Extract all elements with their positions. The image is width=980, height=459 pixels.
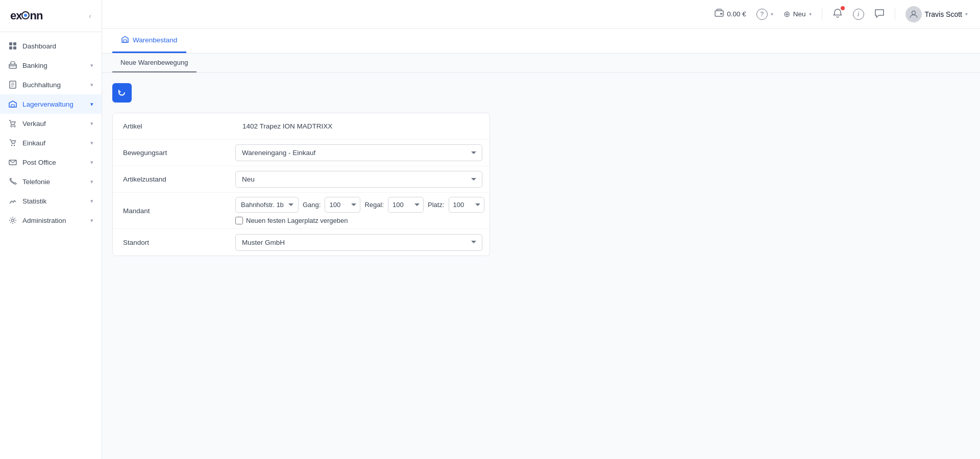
balance-value: 0.00 € [727,10,746,18]
mandant-select[interactable]: Bahnhofstr. 1b [235,197,299,213]
info-button[interactable]: i [853,9,864,20]
platz-select[interactable]: 100 [449,197,484,213]
sidebar-nav: Dashboard Banking ▾ Buchhaltung ▾ Lagerv… [0,32,102,234]
user-avatar [905,6,922,22]
help-button[interactable]: ? ▾ [756,9,773,20]
new-label: Neu [793,10,806,18]
sidebar-item-buchhaltung[interactable]: Buchhaltung ▾ [0,75,102,94]
sidebar-logo: exnn ‹ [0,0,102,32]
svg-rect-5 [13,46,16,49]
sidebar-item-einkauf[interactable]: Einkauf ▾ [0,133,102,152]
artikelzustand-select[interactable]: Neu Gebraucht Beschädigt [235,171,482,188]
tab-warenbestand-label: Warenbestand [133,36,177,44]
sidebar-item-banking[interactable]: Banking ▾ [0,56,102,75]
chevron-down-icon-2: ▾ [90,82,93,88]
form-row-standort: Standort Muster GmbH [113,229,489,256]
chat-button[interactable] [874,8,885,20]
form-card: Artikel 1402 Trapez ION MADTRIXX Bewegun… [112,113,490,256]
sidebar-label-telefonie: Telefonie [22,178,90,186]
lagerverwaltung-icon [8,99,17,109]
sidebar-label-statistik: Statistik [22,197,90,205]
sidebar-item-post-office[interactable]: Post Office ▾ [0,152,102,172]
new-button[interactable]: ⊕ Neu ▾ [783,9,812,19]
svg-rect-4 [9,46,12,49]
main-content: 0.00 € ? ▾ ⊕ Neu ▾ i [102,0,980,459]
artikel-value: 1402 Trapez ION MADTRIXX [235,117,489,135]
statistik-icon [8,196,17,206]
content-area: Warenbestand Neue Warenbewegung Artikel [102,29,980,459]
svg-point-1 [24,14,27,17]
platz-label: Platz: [428,201,445,209]
chat-icon [874,8,885,20]
help-chevron: ▾ [771,11,773,17]
notifications-button[interactable] [832,8,843,20]
sub-tab-bar: Neue Warenbewegung [102,54,980,73]
bewegungsart-label: Bewegungsart [113,142,235,164]
svg-rect-2 [9,42,12,45]
tab-warenbestand[interactable]: Warenbestand [112,29,186,53]
svg-point-12 [14,145,15,146]
regal-label: Regal: [364,201,384,209]
chevron-down-icon-5: ▾ [90,140,93,146]
mandant-label: Mandant [113,200,235,222]
sidebar-toggle-icon[interactable]: ‹ [89,12,91,20]
svg-rect-3 [13,42,16,45]
sidebar-item-administration[interactable]: Administration ▾ [0,211,102,230]
chevron-down-icon-7: ▾ [90,178,93,185]
tab-bar: Warenbestand [102,29,980,54]
warehouse-tab-icon [121,36,129,44]
regal-select[interactable]: 100 [388,197,424,213]
telefonie-icon [8,177,17,186]
sidebar-item-verkauf[interactable]: Verkauf ▾ [0,114,102,133]
sidebar-item-lagerverwaltung[interactable]: Lagerverwaltung ▾ [0,94,102,114]
artikelzustand-label: Artikelzustand [113,168,235,190]
svg-point-10 [14,125,15,127]
sidebar-item-dashboard[interactable]: Dashboard [0,36,102,56]
gang-select[interactable]: 100 [325,197,360,213]
sidebar-label-administration: Administration [22,217,90,224]
buchhaltung-icon [8,80,17,89]
verkauf-icon [8,119,17,128]
refresh-button[interactable] [112,83,132,103]
standort-label: Standort [113,232,235,253]
sidebar-label-einkauf: Einkauf [22,139,90,147]
dashboard-icon [8,41,17,50]
plus-icon: ⊕ [783,9,790,19]
balance-display: 0.00 € [715,9,746,20]
chevron-down-icon-9: ▾ [90,217,93,224]
topbar-divider-2 [895,8,895,20]
post-office-icon [8,158,17,167]
topbar-divider [822,8,822,20]
form-row-mandant: Mandant Bahnhofstr. 1b Gang: 100 Regal: … [113,193,489,229]
lagerplatz-checkbox-label: Neuen festen Lagerplatz vergeben [246,217,348,224]
gang-label: Gang: [303,201,321,209]
chevron-down-icon-3: ▾ [90,101,93,108]
chevron-down-icon: ▾ [90,62,93,69]
sidebar-label-verkauf: Verkauf [22,120,90,128]
sub-tab-neue-warenbewegung[interactable]: Neue Warenbewegung [112,54,197,72]
topbar: 0.00 € ? ▾ ⊕ Neu ▾ i [102,0,980,29]
notification-badge [841,6,845,10]
sidebar-label-banking: Banking [22,62,90,69]
sidebar: exnn ‹ Dashboard Banking ▾ Buchhaltung ▾ [0,0,102,459]
form-toolbar [112,83,970,103]
user-menu[interactable]: Travis Scott ▾ [905,6,968,22]
user-chevron: ▾ [965,11,968,17]
sidebar-item-telefonie[interactable]: Telefonie ▾ [0,172,102,191]
form-row-bewegungsart: Bewegungsart Wareneingang - Einkauf Ware… [113,140,489,166]
sidebar-label-buchhaltung: Buchhaltung [22,81,90,89]
svg-point-17 [912,11,915,14]
app-logo: exnn [10,9,42,22]
administration-icon [8,216,17,225]
sidebar-item-statistik[interactable]: Statistik ▾ [0,191,102,211]
svg-point-11 [11,145,13,146]
form-row-artikelzustand: Artikelzustand Neu Gebraucht Beschädigt [113,166,489,193]
lagerplatz-checkbox[interactable] [235,217,243,224]
chevron-down-icon-6: ▾ [90,159,93,166]
bewegungsart-select[interactable]: Wareneingang - Einkauf Warenausgang Umbu… [235,144,482,161]
wallet-icon [715,9,724,20]
bell-icon [832,11,843,20]
sidebar-label-post-office: Post Office [22,159,90,166]
standort-select[interactable]: Muster GmbH [235,234,482,251]
form-area: Artikel 1402 Trapez ION MADTRIXX Bewegun… [102,73,980,266]
